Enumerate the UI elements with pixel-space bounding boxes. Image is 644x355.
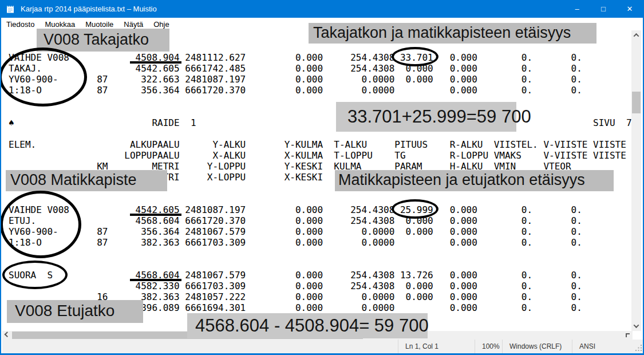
window-title: Karjaa rtp 2014 pääpistelista.txt – Muis… [21,5,157,13]
menu-ohje[interactable]: Ohje [148,19,174,30]
status-bar: Ln 1, Col 1 100% Windows (CRLF) ANSI [2,340,644,353]
annotation-distance-top-label: Takajatkon ja matikkapisteen etäisyys [309,23,596,44]
underline-4508904 [130,61,181,64]
ellipse-25999 [392,199,438,219]
underline-4542605 [130,214,181,216]
close-button[interactable]: ✕ [617,0,643,18]
minimize-button[interactable]: – [564,0,590,18]
maximize-button[interactable]: □ [590,0,617,18]
menu-muotoile[interactable]: Muotoile [80,19,118,30]
ellipse-33701 [392,47,438,66]
resize-grip[interactable] [635,344,642,352]
chevron-down-icon [634,322,639,328]
annotation-sum-formula: 33.701+25.999=59 700 [336,102,516,132]
vertical-scrollbar-thumb[interactable] [632,92,641,113]
scroll-up-arrow[interactable] [631,30,641,40]
annotation-matikkapiste-label: V008 Matikkapiste [6,170,167,191]
underline-4568604 [130,279,181,281]
annotation-diff-formula: 4568.604 - 4508.904= 59 700 [187,313,428,338]
annotation-takajatko-label: V008 Takajatko [37,29,169,52]
chevron-up-icon [634,33,639,39]
status-zoom-level: 100% [475,340,502,353]
status-line-ending: Windows (CRLF) [502,340,572,353]
status-spacer [2,340,398,353]
ellipse-etujatko-block [0,191,81,258]
vertical-scrollbar[interactable] [631,30,641,331]
chevron-left-icon [5,332,10,337]
ellipse-suora [2,261,68,289]
menu-muokkaa[interactable]: Muokkaa [39,19,80,30]
title-bar: Karjaa rtp 2014 pääpistelista.txt – Muis… [1,0,643,18]
menu-tiedosto[interactable]: Tiedosto [1,19,39,30]
status-encoding: ANSI [572,340,644,353]
scroll-right-arrow[interactable] [623,331,633,340]
notepad-window: Karjaa rtp 2014 pääpistelista.txt – Muis… [0,0,644,355]
ellipse-takajatko-block [0,48,87,107]
annotation-etujatko-label: V008 Etujatko [7,300,143,323]
annotation-distance-mid-label: Matikkapisteen ja etujatkon etäisyys [335,170,614,191]
scroll-left-arrow[interactable] [2,331,12,340]
scroll-down-arrow[interactable] [631,321,641,331]
notepad-icon [6,5,15,14]
menu-nayta[interactable]: Näytä [118,19,148,30]
status-cursor-position: Ln 1, Col 1 [398,340,475,353]
